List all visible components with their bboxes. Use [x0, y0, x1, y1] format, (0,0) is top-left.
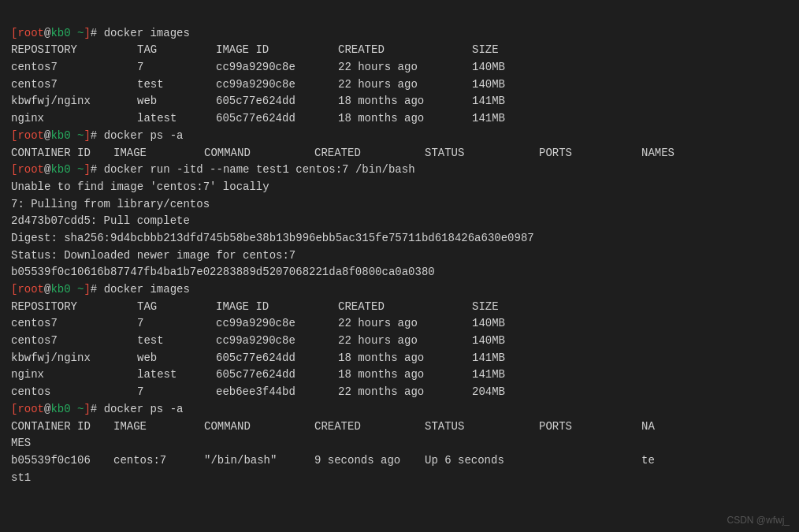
- ps-header-1: CONTAINER IDIMAGECOMMANDCREATEDSTATUSPOR…: [11, 147, 675, 159]
- image-row-1: centos77cc99a9290c8e22 hours ago140MB: [11, 61, 535, 73]
- image-row-3: kbwfwj/nginxweb605c77e624dd18 months ago…: [11, 95, 535, 107]
- line-4: [root@kb0 ~]# docker images: [11, 283, 190, 296]
- image-row-4: nginxlatest605c77e624dd18 months ago141M…: [11, 112, 535, 125]
- output-2: 7: Pulling from library/centos: [11, 198, 210, 210]
- output-4: Digest: sha256:9d4bcbbb213dfd745b58be38b…: [11, 232, 534, 244]
- image-row-7: kbwfwj/nginxweb605c77e624dd18 months ago…: [11, 352, 535, 364]
- terminal: [root@kb0 ~]# docker images REPOSITORYTA…: [11, 8, 788, 486]
- prompt-user: root: [17, 27, 44, 39]
- prompt-cmd: # docker images: [91, 27, 190, 39]
- prompt-host: kb0: [50, 27, 70, 39]
- ps-row-1-cont: st1: [11, 471, 31, 484]
- prompt-close: ]: [84, 27, 90, 39]
- image-row-8: nginxlatest605c77e624dd18 months ago141M…: [11, 368, 535, 381]
- output-1: Unable to find image 'centos:7' locally: [11, 180, 269, 193]
- ps-header-2: CONTAINER IDIMAGECOMMANDCREATEDSTATUSPOR…: [11, 420, 655, 433]
- output-6: b05539f0c10616b87747fb4ba1b7e02283889d52…: [11, 266, 435, 278]
- line-5: [root@kb0 ~]# docker ps -a: [11, 403, 183, 415]
- ps-row-1: b05539f0c106centos:7"/bin/bash"9 seconds…: [11, 454, 655, 467]
- line-2: [root@kb0 ~]# docker ps -a: [11, 129, 183, 142]
- ps-header-2-cont: MES: [11, 437, 31, 449]
- images-header-2: REPOSITORYTAGIMAGE IDCREATEDSIZE: [11, 300, 535, 313]
- images-header-1: REPOSITORYTAGIMAGE IDCREATEDSIZE: [11, 43, 535, 56]
- line-3: [root@kb0 ~]# docker run -itd --name tes…: [11, 163, 415, 176]
- image-row-9: centos7eeb6ee3f44bd22 months ago204MB: [11, 385, 535, 398]
- image-row-6: centos7testcc99a9290c8e22 hours ago140MB: [11, 334, 535, 347]
- watermark: CSDN @wfwj_: [727, 515, 790, 526]
- image-row-2: centos7testcc99a9290c8e22 hours ago140MB: [11, 78, 535, 91]
- output-3: 2d473b07cdd5: Pull complete: [11, 214, 190, 227]
- output-5: Status: Downloaded newer image for cento…: [11, 249, 295, 262]
- image-row-5: centos77cc99a9290c8e22 hours ago140MB: [11, 317, 535, 329]
- line-1: [root@kb0 ~]# docker images: [11, 27, 190, 39]
- prompt-tilde: ~: [71, 27, 84, 39]
